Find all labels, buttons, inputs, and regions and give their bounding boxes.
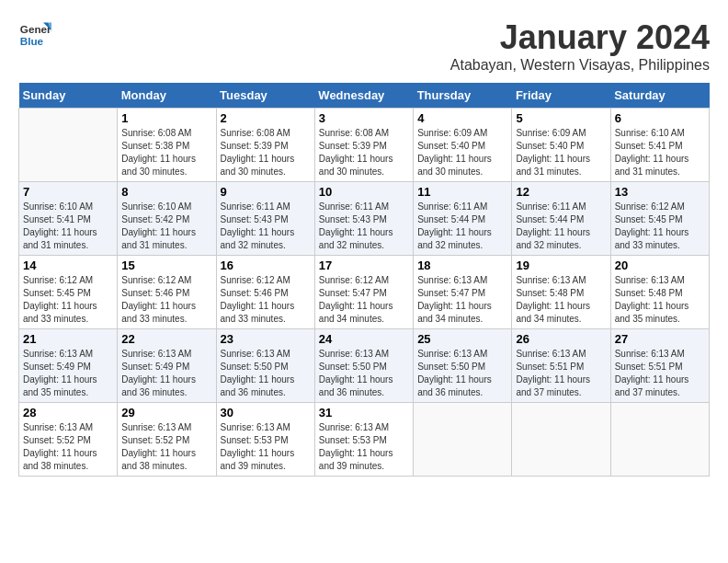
calendar-day-cell: 27Sunrise: 6:13 AM Sunset: 5:51 PM Dayli… xyxy=(610,329,709,403)
day-number: 23 xyxy=(221,332,311,346)
day-info: Sunrise: 6:11 AM Sunset: 5:44 PM Dayligh… xyxy=(516,201,606,252)
day-number: 20 xyxy=(615,259,705,272)
calendar-day-cell: 13Sunrise: 6:12 AM Sunset: 5:45 PM Dayli… xyxy=(610,182,709,256)
day-number: 15 xyxy=(121,259,211,272)
calendar-day-cell: 16Sunrise: 6:12 AM Sunset: 5:46 PM Dayli… xyxy=(216,256,314,329)
calendar-body: 1Sunrise: 6:08 AM Sunset: 5:38 PM Daylig… xyxy=(19,109,710,477)
weekday-header-row: SundayMondayTuesdayWednesdayThursdayFrid… xyxy=(19,83,710,109)
calendar-day-cell: 19Sunrise: 6:13 AM Sunset: 5:48 PM Dayli… xyxy=(512,256,610,329)
weekday-header-cell: Thursday xyxy=(414,83,512,109)
day-info: Sunrise: 6:12 AM Sunset: 5:47 PM Dayligh… xyxy=(319,274,409,326)
day-number: 1 xyxy=(121,111,211,125)
day-info: Sunrise: 6:10 AM Sunset: 5:42 PM Dayligh… xyxy=(121,201,211,252)
day-info: Sunrise: 6:13 AM Sunset: 5:53 PM Dayligh… xyxy=(221,421,311,473)
logo-icon: General Blue xyxy=(18,18,51,52)
day-number: 30 xyxy=(221,406,311,419)
day-info: Sunrise: 6:10 AM Sunset: 5:41 PM Dayligh… xyxy=(615,127,705,178)
month-title: January 2024 xyxy=(450,18,710,57)
day-number: 12 xyxy=(516,185,606,199)
weekday-header-cell: Wednesday xyxy=(314,83,413,109)
day-info: Sunrise: 6:11 AM Sunset: 5:43 PM Dayligh… xyxy=(221,201,311,252)
calendar-day-cell: 10Sunrise: 6:11 AM Sunset: 5:43 PM Dayli… xyxy=(314,182,413,256)
calendar-week-row: 21Sunrise: 6:13 AM Sunset: 5:49 PM Dayli… xyxy=(19,329,710,403)
calendar-day-cell: 11Sunrise: 6:11 AM Sunset: 5:44 PM Dayli… xyxy=(414,182,512,256)
calendar-day-cell: 7Sunrise: 6:10 AM Sunset: 5:41 PM Daylig… xyxy=(19,182,118,256)
day-info: Sunrise: 6:13 AM Sunset: 5:52 PM Dayligh… xyxy=(23,421,113,473)
day-info: Sunrise: 6:13 AM Sunset: 5:47 PM Dayligh… xyxy=(417,274,507,326)
day-number: 17 xyxy=(319,259,409,272)
calendar-day-cell: 28Sunrise: 6:13 AM Sunset: 5:52 PM Dayli… xyxy=(19,403,118,477)
calendar-day-cell: 17Sunrise: 6:12 AM Sunset: 5:47 PM Dayli… xyxy=(314,256,413,329)
calendar-table: SundayMondayTuesdayWednesdayThursdayFrid… xyxy=(18,83,710,477)
day-number: 25 xyxy=(417,332,507,346)
header: General Blue January 2024 Atabayan, West… xyxy=(18,18,710,74)
day-number: 29 xyxy=(121,406,211,419)
day-number: 21 xyxy=(23,332,113,346)
weekday-header-cell: Tuesday xyxy=(216,83,314,109)
day-info: Sunrise: 6:11 AM Sunset: 5:43 PM Dayligh… xyxy=(319,201,409,252)
day-info: Sunrise: 6:12 AM Sunset: 5:45 PM Dayligh… xyxy=(615,201,705,252)
day-info: Sunrise: 6:13 AM Sunset: 5:50 PM Dayligh… xyxy=(221,348,311,399)
day-info: Sunrise: 6:13 AM Sunset: 5:48 PM Dayligh… xyxy=(516,274,606,326)
day-number: 26 xyxy=(516,332,606,346)
weekday-header-cell: Monday xyxy=(118,83,216,109)
calendar-day-cell: 4Sunrise: 6:09 AM Sunset: 5:40 PM Daylig… xyxy=(414,109,512,182)
day-info: Sunrise: 6:09 AM Sunset: 5:40 PM Dayligh… xyxy=(516,127,606,178)
location-title: Atabayan, Western Visayas, Philippines xyxy=(450,57,710,74)
calendar-day-cell: 21Sunrise: 6:13 AM Sunset: 5:49 PM Dayli… xyxy=(19,329,118,403)
day-info: Sunrise: 6:13 AM Sunset: 5:48 PM Dayligh… xyxy=(615,274,705,326)
svg-text:Blue: Blue xyxy=(20,35,44,47)
calendar-day-cell: 23Sunrise: 6:13 AM Sunset: 5:50 PM Dayli… xyxy=(216,329,314,403)
day-number: 9 xyxy=(221,185,311,199)
calendar-week-row: 14Sunrise: 6:12 AM Sunset: 5:45 PM Dayli… xyxy=(19,256,710,329)
day-info: Sunrise: 6:13 AM Sunset: 5:51 PM Dayligh… xyxy=(516,348,606,399)
calendar-day-cell: 22Sunrise: 6:13 AM Sunset: 5:49 PM Dayli… xyxy=(118,329,216,403)
day-number: 18 xyxy=(417,259,507,272)
weekday-header-cell: Sunday xyxy=(19,83,118,109)
calendar-day-cell: 20Sunrise: 6:13 AM Sunset: 5:48 PM Dayli… xyxy=(610,256,709,329)
calendar-day-cell: 24Sunrise: 6:13 AM Sunset: 5:50 PM Dayli… xyxy=(314,329,413,403)
calendar-day-cell: 2Sunrise: 6:08 AM Sunset: 5:39 PM Daylig… xyxy=(216,109,314,182)
calendar-day-cell xyxy=(512,403,610,477)
day-number: 24 xyxy=(319,332,409,346)
calendar-day-cell: 25Sunrise: 6:13 AM Sunset: 5:50 PM Dayli… xyxy=(414,329,512,403)
day-number: 16 xyxy=(221,259,311,272)
day-number: 7 xyxy=(23,185,113,199)
calendar-day-cell: 9Sunrise: 6:11 AM Sunset: 5:43 PM Daylig… xyxy=(216,182,314,256)
day-info: Sunrise: 6:13 AM Sunset: 5:51 PM Dayligh… xyxy=(615,348,705,399)
day-number: 3 xyxy=(319,111,409,125)
day-number: 13 xyxy=(615,185,705,199)
calendar-day-cell: 3Sunrise: 6:08 AM Sunset: 5:39 PM Daylig… xyxy=(314,109,413,182)
calendar-day-cell: 15Sunrise: 6:12 AM Sunset: 5:46 PM Dayli… xyxy=(118,256,216,329)
calendar-week-row: 1Sunrise: 6:08 AM Sunset: 5:38 PM Daylig… xyxy=(19,109,710,182)
weekday-header-cell: Saturday xyxy=(610,83,709,109)
day-info: Sunrise: 6:12 AM Sunset: 5:46 PM Dayligh… xyxy=(121,274,211,326)
calendar-day-cell: 8Sunrise: 6:10 AM Sunset: 5:42 PM Daylig… xyxy=(118,182,216,256)
day-number: 22 xyxy=(121,332,211,346)
calendar-day-cell: 1Sunrise: 6:08 AM Sunset: 5:38 PM Daylig… xyxy=(118,109,216,182)
day-number: 27 xyxy=(615,332,705,346)
logo: General Blue xyxy=(18,18,51,52)
day-info: Sunrise: 6:13 AM Sunset: 5:52 PM Dayligh… xyxy=(121,421,211,473)
day-info: Sunrise: 6:08 AM Sunset: 5:38 PM Dayligh… xyxy=(121,127,211,178)
day-number: 31 xyxy=(319,406,409,419)
calendar-day-cell: 31Sunrise: 6:13 AM Sunset: 5:53 PM Dayli… xyxy=(314,403,413,477)
day-number: 8 xyxy=(121,185,211,199)
day-number: 5 xyxy=(516,111,606,125)
day-info: Sunrise: 6:08 AM Sunset: 5:39 PM Dayligh… xyxy=(319,127,409,178)
calendar-day-cell xyxy=(610,403,709,477)
day-number: 28 xyxy=(23,406,113,419)
day-info: Sunrise: 6:13 AM Sunset: 5:49 PM Dayligh… xyxy=(121,348,211,399)
day-info: Sunrise: 6:13 AM Sunset: 5:50 PM Dayligh… xyxy=(319,348,409,399)
day-number: 14 xyxy=(23,259,113,272)
calendar-day-cell: 5Sunrise: 6:09 AM Sunset: 5:40 PM Daylig… xyxy=(512,109,610,182)
day-number: 2 xyxy=(221,111,311,125)
calendar-day-cell: 6Sunrise: 6:10 AM Sunset: 5:41 PM Daylig… xyxy=(610,109,709,182)
day-info: Sunrise: 6:13 AM Sunset: 5:50 PM Dayligh… xyxy=(417,348,507,399)
calendar-day-cell: 30Sunrise: 6:13 AM Sunset: 5:53 PM Dayli… xyxy=(216,403,314,477)
calendar-week-row: 7Sunrise: 6:10 AM Sunset: 5:41 PM Daylig… xyxy=(19,182,710,256)
calendar-day-cell: 12Sunrise: 6:11 AM Sunset: 5:44 PM Dayli… xyxy=(512,182,610,256)
calendar-day-cell: 18Sunrise: 6:13 AM Sunset: 5:47 PM Dayli… xyxy=(414,256,512,329)
day-number: 10 xyxy=(319,185,409,199)
day-info: Sunrise: 6:13 AM Sunset: 5:49 PM Dayligh… xyxy=(23,348,113,399)
